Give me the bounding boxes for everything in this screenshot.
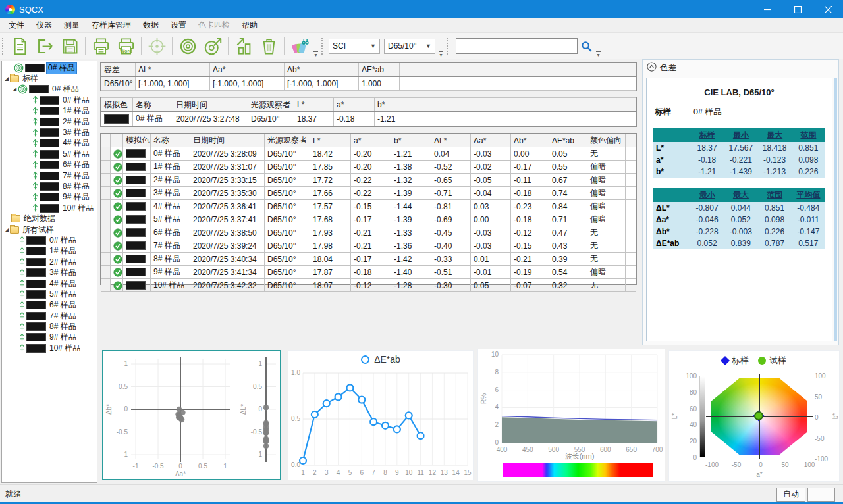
tree-standard-sample-5[interactable]: 5# 样品 — [2, 149, 97, 159]
tree-standard-sample-2[interactable]: 2# 样品 — [2, 116, 97, 127]
sample-row-3[interactable]: 3# 样品2020/7/25 3:35:30D65/10°17.66-0.22-… — [101, 187, 636, 200]
samples-header[interactable]: a* — [351, 134, 391, 147]
samples-header[interactable]: ΔL* — [431, 134, 471, 147]
toolbar-grip[interactable] — [447, 38, 450, 55]
sci-dropdown[interactable]: SCI▼ — [329, 39, 380, 54]
standard-header[interactable]: 名称 — [133, 98, 173, 112]
tolerance-header[interactable]: 容差 — [101, 63, 136, 77]
tree-standard-sample-8[interactable]: 8# 样品 — [2, 181, 97, 191]
tolerance-header[interactable]: ΔL* — [136, 63, 210, 77]
menu-0[interactable]: 文件 — [3, 18, 30, 32]
close-button[interactable] — [813, 0, 843, 18]
samples-header[interactable]: 模拟色 — [123, 134, 151, 147]
tree-all-sample-4[interactable]: 4# 样品 — [2, 278, 97, 289]
samples-header[interactable]: ΔE*ab — [549, 134, 587, 147]
menu-1[interactable]: 仪器 — [30, 18, 58, 32]
tree-folder-all-samples[interactable]: ◢所有试样 — [2, 224, 97, 235]
tree-standard-item[interactable]: ◢0# 样品 — [2, 84, 97, 95]
samples-header[interactable]: 光源观察者 — [265, 134, 310, 147]
sample-row-7[interactable]: 7# 样品2020/7/25 3:39:24D65/10°17.98-0.21-… — [101, 239, 636, 253]
measure-standard-icon[interactable] — [175, 35, 200, 57]
expander-icon[interactable]: ◢ — [3, 76, 10, 82]
sample-row-2[interactable]: 2# 样品2020/7/25 3:33:15D65/10°17.72-0.22-… — [101, 174, 636, 187]
sample-row-9[interactable]: 9# 样品2020/7/25 3:41:34D65/10°17.87-0.18-… — [101, 266, 636, 279]
menu-4[interactable]: 数据 — [137, 18, 165, 32]
toolbar-overflow-icon[interactable]: ▾ — [596, 51, 601, 58]
tree-standard-sample-10[interactable]: 10# 样品 — [2, 203, 97, 213]
print-word-icon[interactable]: Word — [113, 35, 138, 57]
scatter-chart-panel[interactable]: -1-1-0.5-0.5000.50.511Δb*Δa*-1-0.500.51Δ… — [102, 350, 281, 480]
tree-all-sample-7[interactable]: 7# 样品 — [2, 311, 97, 321]
sample-row-5[interactable]: 5# 样品2020/7/25 3:37:41D65/10°17.68-0.17-… — [101, 213, 636, 226]
tree-folder-absolute[interactable]: 绝对数据 — [2, 213, 97, 224]
sample-row-1[interactable]: 1# 样品2020/7/25 3:31:07D65/10°17.85-0.20-… — [101, 161, 636, 174]
save-icon[interactable] — [57, 35, 82, 57]
auto-mode-button[interactable]: 自动 — [776, 488, 805, 502]
tree-all-sample-2[interactable]: 2# 样品 — [2, 257, 97, 267]
samples-header[interactable]: 日期时间 — [190, 134, 265, 147]
toolbar-overflow-icon[interactable]: ▾ — [439, 51, 443, 58]
reflectance-panel[interactable]: 0246810400450500550600650700R%波长(nm) — [477, 349, 665, 482]
panel-scroll-strip[interactable] — [834, 78, 837, 341]
sample-row-10[interactable]: 10# 样品2020/7/25 3:42:32D65/10°18.07-0.12… — [101, 279, 636, 292]
standard-header[interactable]: b* — [375, 98, 416, 112]
menu-5[interactable]: 设置 — [165, 18, 192, 32]
minimize-button[interactable] — [752, 0, 782, 18]
tree-all-sample-6[interactable]: 6# 样品 — [2, 300, 97, 311]
standard-header[interactable]: 日期时间 — [173, 98, 248, 112]
samples-header[interactable]: Δb* — [511, 134, 549, 147]
deltae-trend-panel[interactable]: ΔE*ab 1234567891011121314150.00.51.0 — [288, 350, 474, 480]
expander-icon[interactable]: ◢ — [11, 86, 18, 92]
export-icon[interactable] — [32, 35, 57, 57]
tree-standard-sample-0[interactable]: 0# 样品 — [2, 95, 97, 105]
menu-2[interactable]: 测量 — [58, 18, 86, 32]
delete-icon[interactable] — [256, 35, 281, 57]
tree-selected-sample[interactable]: 0# 样品 — [2, 63, 97, 73]
sample-row-4[interactable]: 4# 样品2020/7/25 3:36:41D65/10°17.57-0.15-… — [101, 200, 636, 213]
tree-all-sample-10[interactable]: 10# 样品 — [2, 343, 97, 353]
expander-icon[interactable]: ◢ — [3, 227, 10, 233]
samples-header[interactable]: L* — [310, 134, 351, 147]
search-input[interactable] — [456, 38, 578, 54]
print-icon[interactable] — [88, 35, 113, 57]
toolbar-overflow-icon[interactable]: ▾ — [313, 51, 318, 58]
tree-standard-sample-4[interactable]: 4# 样品 — [2, 138, 97, 149]
tree-standard-sample-1[interactable]: 1# 样品 — [2, 106, 97, 116]
tree-folder-standards[interactable]: ◢标样 — [2, 73, 97, 84]
menu-6[interactable]: 色卡匹检 — [192, 18, 236, 32]
samples-header[interactable]: b* — [391, 134, 431, 147]
menu-7[interactable]: 帮助 — [236, 18, 263, 32]
tolerance-header[interactable]: Δb* — [285, 63, 359, 77]
measure-sample-icon[interactable] — [200, 35, 225, 57]
tree-all-sample-1[interactable]: 1# 样品 — [2, 246, 97, 257]
toolbar-grip[interactable] — [2, 38, 5, 55]
color-match-icon[interactable] — [287, 35, 312, 57]
standard-header[interactable]: L* — [294, 98, 334, 112]
tree-all-sample-9[interactable]: 9# 样品 — [2, 332, 97, 343]
search-icon[interactable] — [578, 38, 595, 55]
samples-header[interactable]: Δa* — [471, 134, 511, 147]
tolerance-header[interactable]: Δa* — [210, 63, 285, 77]
new-document-icon[interactable] — [7, 35, 32, 57]
menu-3[interactable]: 存样库管理 — [86, 18, 137, 32]
standard-header[interactable]: 光源观察者 — [248, 98, 294, 112]
standard-header[interactable]: 模拟色 — [101, 98, 133, 112]
tree-standard-sample-6[interactable]: 6# 样品 — [2, 160, 97, 170]
sample-row-0[interactable]: 0# 样品2020/7/25 3:28:09D65/10°18.42-0.20-… — [101, 147, 636, 161]
maximize-button[interactable] — [782, 0, 813, 18]
toolbar-grip[interactable] — [321, 38, 325, 55]
tree-all-sample-3[interactable]: 3# 样品 — [2, 267, 97, 278]
tree-all-sample-5[interactable]: 5# 样品 — [2, 289, 97, 299]
standard-header[interactable]: a* — [334, 98, 375, 112]
tree-standard-sample-7[interactable]: 7# 样品 — [2, 170, 97, 181]
tree-standard-sample-3[interactable]: 3# 样品 — [2, 127, 97, 138]
calibrate-target-icon[interactable] — [144, 35, 169, 57]
collapse-icon[interactable] — [647, 62, 657, 74]
gamut-panel[interactable]: 标样 试样 100806040200100500-50-100-100-5005… — [668, 350, 840, 482]
samples-header[interactable]: 名称 — [151, 134, 190, 147]
sample-row-6[interactable]: 6# 样品2020/7/25 3:38:50D65/10°17.93-0.21-… — [101, 226, 636, 239]
tree-all-sample-8[interactable]: 8# 样品 — [2, 321, 97, 332]
tree-standard-sample-9[interactable]: 9# 样品 — [2, 192, 97, 203]
illuminant-dropdown[interactable]: D65/10°▼ — [384, 39, 435, 54]
tree-all-sample-0[interactable]: 0# 样品 — [2, 235, 97, 245]
